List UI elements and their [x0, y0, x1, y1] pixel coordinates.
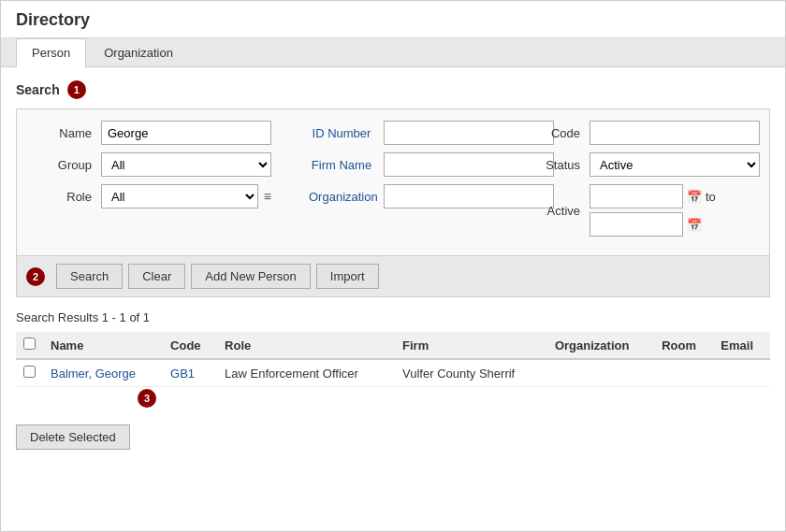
calendar-to-icon[interactable]: 📅: [687, 218, 702, 232]
col-email-header: Email: [713, 332, 770, 359]
group-select[interactable]: All: [101, 152, 271, 177]
active-to-input[interactable]: [590, 212, 683, 237]
code-input[interactable]: [590, 121, 760, 145]
status-select[interactable]: Active Inactive All: [590, 152, 760, 177]
search-badge: 1: [67, 80, 86, 99]
results-summary: Search Results 1 - 1 of 1: [16, 310, 770, 324]
row-name-cell: Balmer, George: [43, 359, 163, 387]
active-to-line: 📅: [590, 212, 716, 237]
active-date-block: 📅 to 📅: [590, 184, 716, 237]
buttons-bar: 2 Search Clear Add New Person Import: [16, 256, 770, 297]
search-section-header: Search 1: [16, 80, 770, 99]
row-room-cell: [654, 359, 713, 387]
active-from-line: 📅 to: [590, 184, 716, 208]
active-row: Active 📅 to 📅: [515, 184, 760, 237]
active-from-input[interactable]: [590, 184, 683, 208]
tab-person[interactable]: Person: [16, 38, 86, 67]
list-icon[interactable]: ≡: [264, 189, 271, 204]
name-label: Name: [26, 126, 101, 140]
form-col-right: Code Status Active Inactive All Active: [515, 121, 760, 244]
row-firm-cell: Vulfer County Sherrif: [395, 359, 547, 387]
code-label: Code: [515, 126, 590, 140]
col-firm-header: Firm: [395, 332, 547, 359]
organization-row: Organization: [309, 184, 496, 208]
status-label: Status: [515, 158, 590, 172]
status-row: Status Active Inactive All: [515, 152, 760, 177]
search-button[interactable]: Search: [56, 264, 123, 289]
role-row: Role All ≡: [26, 184, 271, 208]
select-all-checkbox[interactable]: [23, 338, 36, 350]
row-badge: 3: [138, 389, 156, 408]
name-row: Name: [26, 121, 271, 145]
group-row: Group All: [26, 152, 271, 177]
role-select[interactable]: All: [101, 184, 258, 208]
row-email-cell: [713, 359, 770, 387]
col-checkbox: [16, 332, 43, 359]
buttons-badge: 2: [26, 267, 45, 286]
person-name-link[interactable]: Balmer, George: [51, 367, 136, 381]
table-row: Balmer, George GB1 Law Enforcement Offic…: [16, 359, 770, 387]
col-name-header: Name: [43, 332, 163, 359]
tab-organization[interactable]: Organization: [88, 38, 189, 66]
form-col-mid: ID Number Firm Name Organization: [290, 121, 515, 244]
id-number-row: ID Number: [309, 121, 496, 145]
col-code-header: Code: [163, 332, 217, 359]
results-table: Name Code Role Firm Organization Room Em…: [16, 332, 770, 387]
row-checkbox-cell: [16, 359, 43, 387]
col-room-header: Room: [654, 332, 713, 359]
code-row: Code: [515, 121, 760, 145]
add-new-person-button[interactable]: Add New Person: [191, 264, 311, 289]
row-role-cell: Law Enforcement Officer: [217, 359, 395, 387]
col-role-header: Role: [217, 332, 395, 359]
delete-bar: Delete Selected: [16, 417, 770, 457]
name-input[interactable]: [101, 121, 271, 145]
row-code-cell: GB1: [163, 359, 217, 387]
delete-selected-button[interactable]: Delete Selected: [16, 424, 130, 450]
tabs-bar: Person Organization: [1, 38, 785, 67]
search-title: Search: [16, 82, 60, 97]
col-organization-header: Organization: [547, 332, 654, 359]
group-label: Group: [26, 158, 101, 172]
id-number-label: ID Number: [309, 126, 384, 140]
firm-name-label: Firm Name: [309, 158, 384, 172]
organization-label: Organization: [309, 190, 384, 204]
role-label: Role: [26, 190, 101, 204]
main-content: Search 1 Name Group All: [1, 67, 785, 467]
to-label: to: [706, 190, 716, 204]
firm-name-row: Firm Name: [309, 152, 496, 177]
row-organization-cell: [547, 359, 654, 387]
page-title: Directory: [1, 1, 785, 38]
table-header-row: Name Code Role Firm Organization Room Em…: [16, 332, 770, 359]
clear-button[interactable]: Clear: [128, 264, 185, 289]
import-button[interactable]: Import: [316, 264, 379, 289]
person-code-link[interactable]: GB1: [170, 367, 195, 381]
active-label: Active: [515, 204, 590, 218]
calendar-from-icon[interactable]: 📅: [687, 190, 702, 204]
form-col-left: Name Group All Role All: [26, 121, 290, 244]
search-form: Name Group All Role All: [16, 108, 770, 256]
row-checkbox[interactable]: [23, 366, 36, 378]
